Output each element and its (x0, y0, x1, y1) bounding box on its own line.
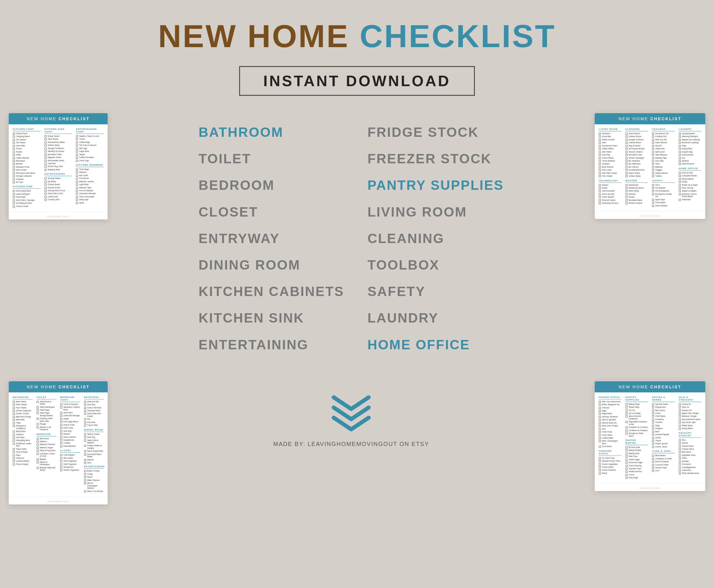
list-item: Surface Spray (44, 144, 72, 146)
list-item: Toothbrush, paste, floss (13, 442, 33, 447)
cat-entertaining: ENTERTAINING (199, 332, 344, 358)
list-item: Apple Cider Vinegar (679, 412, 701, 415)
list-item: Disinfectant (626, 184, 648, 186)
list-item: Heater (60, 418, 80, 420)
col-entryway-bl: ENTRYWAY Welcome Mat Area Rug Coat & Hat… (84, 396, 104, 493)
list-item: Air Fryer (13, 181, 40, 183)
list-item: Pens & Notepad (76, 189, 104, 192)
list-item: Goggles (652, 169, 675, 171)
list-item: Plants (84, 476, 104, 478)
list-item: Cobweb Brush (626, 142, 648, 144)
cat-home-office: HOME OFFICE (367, 332, 504, 358)
list-item: Drying Rack (679, 148, 701, 150)
list-item: Power Boards (599, 196, 622, 198)
list-item: Bay Leaves (652, 409, 675, 412)
list-item: Artwork (60, 433, 80, 435)
list-item: Bucket (for soaking) (679, 142, 701, 144)
list-item: Television (599, 132, 622, 135)
list-item: Cordless Drill (652, 135, 675, 138)
list-item: Worcestershire Sauce (679, 418, 701, 421)
list-item: Hair Dryer (13, 436, 33, 439)
cat-laundry: LAUNDRY (367, 305, 504, 331)
card-header-top-left: NEW HOME CHECKLIST (9, 113, 108, 124)
list-item: Media Console (599, 139, 622, 141)
list-item: Table & Chairs (84, 433, 104, 436)
col-fridge-stock: FRIDGE STOCK Milk, Cow, Almond etc. Butt… (599, 396, 622, 480)
list-item: Duct Tape (652, 160, 675, 162)
list-item: Twine, food grade (76, 196, 104, 198)
list-item: Cleaning cloths (toilet only) (37, 417, 57, 422)
list-item: Balsamic Vinegar (679, 415, 701, 417)
footer-url-br: LEAVINGHOME.COM.AU (639, 487, 661, 489)
list-item: Torch (652, 163, 675, 165)
card-footer-br: LEAVINGHOME.COM.AU (595, 483, 705, 491)
list-item: Plain Flour (626, 455, 648, 458)
list-item: Bin, Bathroom (626, 163, 648, 165)
list-item: Meat, Fish, Poultry (599, 425, 622, 427)
list-item: Stepping Stool (44, 169, 72, 171)
list-item: Toilet Paper Storage Basket (37, 412, 57, 417)
list-item: Cool Drinks (599, 445, 622, 448)
list-item: Under Bed Storage (60, 415, 80, 417)
col-spices: SPICES & HERBS Salt with Iodine Pepperco… (652, 396, 675, 480)
list-item: Container for Croutons (626, 426, 648, 428)
list-item: Toiletries (13, 434, 33, 436)
cat-entryway: ENTRYWAY (199, 225, 344, 252)
list-item: Table Cloth & Napkins (84, 439, 104, 444)
list-item: All Purpose Bucket (626, 148, 648, 150)
list-item: Black Beans (652, 455, 675, 457)
list-item: Mattress Topper (37, 446, 57, 449)
list-item: Noise machine (60, 436, 80, 438)
list-item: Noodles (679, 460, 701, 463)
list-item: Zip Lock Bags (626, 412, 648, 415)
list-item: Screwdriver Set (652, 132, 675, 135)
list-item: Microwave safe dishes (13, 172, 40, 174)
instant-download-box: INSTANT DOWNLOAD (239, 66, 475, 96)
list-item: Lingerie Bag (679, 151, 701, 153)
list-item: Ice Cube Trays (599, 457, 622, 459)
list-item: Vanilla Essence (626, 470, 648, 473)
list-item: Peppercorns (652, 406, 675, 408)
list-item: Frozen Vegetables (599, 463, 622, 465)
bottom-left-card: NEW HOME CHECKLIST BATHROOM Bath Towels … (9, 381, 108, 504)
list-item: Tea Cups & Saucers (76, 144, 104, 146)
card-header-bottom-left: NEW HOME CHECKLIST (9, 381, 108, 392)
list-item: Liquid Detergent (13, 193, 40, 195)
cat-bathroom: BATHROOM (199, 119, 344, 146)
list-item: Toilet Brush & Holder (37, 401, 57, 405)
list-item: Microfiber Cloth (626, 154, 648, 156)
list-item: Vase (84, 462, 104, 464)
list-item: First Aid Kit (76, 177, 104, 180)
list-item: Washing Detergent (679, 135, 701, 138)
list-item: Removeable Hooks (44, 160, 72, 162)
list-item: Scissors (626, 193, 648, 195)
list-item: Eggs (599, 410, 622, 412)
list-item: Laundry Basket (13, 460, 33, 462)
list-item: Chickpeas & Lentils (652, 458, 675, 460)
list-item: Cheese Knives (44, 187, 72, 189)
list-item: Robe (13, 454, 33, 457)
categories-right-col: FRIDGE STOCK FREEZER STOCK PANTRY SUPPLI… (367, 119, 504, 358)
top-section: NEW HOME CHECKLIST NEW HOME CHECKLIST IN… (0, 0, 714, 105)
list-item: Weed Spray (626, 190, 648, 192)
list-item: Thyme (652, 440, 675, 442)
card-header-text-bl: NEW HOME CHECKLIST (27, 384, 90, 389)
list-item: Iron (679, 157, 701, 159)
list-item: Gardening Gloves (626, 187, 648, 189)
list-item: Toilet Paper (37, 409, 57, 411)
list-item: Potato Peeler (13, 132, 40, 135)
col-toilet-bl: TOILET Toilet Brush & Holder Toilet Disi… (37, 396, 57, 493)
card-header-text-br: NEW HOME CHECKLIST (619, 384, 682, 389)
list-item: Chicken Stock (679, 448, 701, 450)
list-item: Shower Squeegee (626, 157, 648, 159)
list-item: Medical Freezer Pack (599, 460, 622, 462)
list-item: Bath Rod & Rings (13, 416, 33, 418)
list-item: Cumin (652, 412, 675, 415)
cat-fridge-stock: FRIDGE STOCK (367, 119, 504, 146)
cat-dining-room: DINING ROOM (199, 252, 344, 278)
list-item: Dish Drying Rack (13, 190, 40, 192)
list-item: Sandwich Press (13, 166, 40, 168)
list-item: Spice Shelves/ Containers (626, 415, 648, 420)
card-body-bottom-right: FRIDGE STOCK Milk, Cow, Almond etc. Butt… (595, 392, 705, 483)
list-item: Milk, Cow, Almond etc. (599, 401, 622, 403)
